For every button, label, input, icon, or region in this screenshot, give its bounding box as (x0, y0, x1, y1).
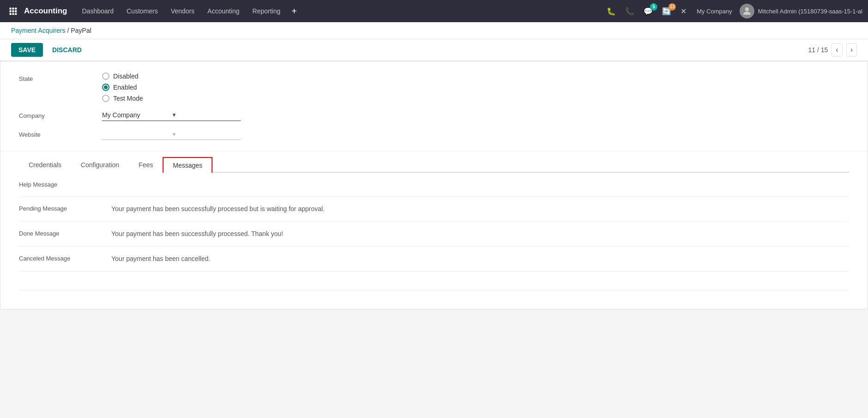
done-message-field: Done Message Your payment has been succe… (19, 222, 849, 247)
user-avatar[interactable] (740, 4, 754, 18)
nav-customers[interactable]: Customers (121, 5, 164, 18)
nav-dashboard[interactable]: Dashboard (77, 5, 120, 18)
svg-rect-6 (10, 13, 12, 15)
state-enabled-option[interactable]: Enabled (102, 84, 849, 91)
breadcrumb-parent[interactable]: Payment Acquirers (11, 27, 66, 34)
state-enabled-label: Enabled (113, 84, 137, 91)
done-message-label: Done Message (19, 229, 111, 237)
svg-point-9 (745, 7, 749, 11)
state-testmode-label: Test Mode (113, 95, 143, 102)
topbar-right: 🐛 📞 💬 5 🔄 23 ✕ My Company Mitchell Admin… (604, 4, 862, 18)
svg-rect-8 (15, 13, 17, 15)
pagination-prev-button[interactable]: ‹ (832, 43, 842, 56)
topbar: Accounting Dashboard Customers Vendors A… (0, 0, 868, 22)
svg-rect-1 (12, 8, 14, 10)
website-field-row: Website ▼ (19, 125, 849, 144)
nav-vendors[interactable]: Vendors (165, 5, 200, 18)
discard-button[interactable]: DISCARD (47, 43, 87, 57)
state-radio-group: Disabled Enabled Test Mode (102, 73, 849, 102)
user-name[interactable]: Mitchell Admin (15180739-saas-15-1-al (758, 8, 862, 15)
pagination-text: 11 / 15 (808, 46, 828, 54)
bug-icon-button[interactable]: 🐛 (604, 5, 619, 18)
company-select[interactable]: My Company ▼ (102, 109, 241, 121)
breadcrumb-separator: / (67, 27, 71, 34)
company-select-arrow-icon: ▼ (171, 112, 241, 118)
state-testmode-option[interactable]: Test Mode (102, 95, 849, 102)
state-disabled-option[interactable]: Disabled (102, 73, 849, 80)
website-label: Website (19, 128, 102, 138)
phone-icon-button[interactable]: 📞 (622, 5, 637, 18)
svg-rect-0 (10, 8, 12, 10)
cancelled-message-label: Canceled Message (19, 254, 111, 262)
state-testmode-radio[interactable] (102, 95, 109, 102)
pagination: 11 / 15 ‹ › (808, 43, 857, 56)
pending-message-field: Pending Message Your payment has been su… (19, 197, 849, 222)
tab-fees[interactable]: Fees (129, 157, 163, 173)
state-disabled-radio[interactable] (102, 73, 109, 80)
pending-message-label: Pending Message (19, 204, 111, 212)
action-bar-left: SAVE DISCARD (11, 43, 87, 57)
company-label: Company (19, 109, 102, 119)
nav-accounting[interactable]: Accounting (202, 5, 245, 18)
cancelled-message-value[interactable]: Your payment has been cancelled. (111, 254, 849, 264)
updates-icon-button[interactable]: 🔄 23 (659, 5, 674, 18)
pagination-next-button[interactable]: › (846, 43, 857, 56)
state-disabled-label: Disabled (113, 73, 138, 80)
tab-credentials[interactable]: Credentials (19, 157, 71, 173)
main-content: State Disabled Enabled Test (0, 61, 868, 418)
nav-reporting[interactable]: Reporting (247, 5, 286, 18)
company-value: My Company ▼ (102, 109, 849, 121)
svg-rect-7 (12, 13, 14, 15)
save-button[interactable]: SAVE (11, 43, 43, 57)
breadcrumb: Payment Acquirers / PayPal (0, 22, 868, 39)
state-value: Disabled Enabled Test Mode (102, 73, 849, 102)
svg-rect-2 (15, 8, 17, 10)
form-section-state: State Disabled Enabled Test (0, 61, 868, 151)
messages-section: Help Message Pending Message Your paymen… (0, 173, 868, 309)
state-field-row: State Disabled Enabled Test (19, 69, 849, 106)
help-message-label: Help Message (19, 180, 111, 188)
company-field-row: Company My Company ▼ (19, 106, 849, 125)
company-menu[interactable]: My Company (693, 6, 736, 17)
settings-icon-button[interactable]: ✕ (678, 5, 689, 18)
state-enabled-radio[interactable] (102, 84, 109, 91)
grid-menu-icon[interactable] (6, 4, 20, 18)
svg-rect-5 (15, 10, 17, 12)
state-label: State (19, 73, 102, 82)
tab-messages[interactable]: Messages (163, 157, 212, 173)
pending-message-value[interactable]: Your payment has been successfully proce… (111, 204, 849, 214)
done-message-value[interactable]: Your payment has been successfully proce… (111, 229, 849, 239)
updates-badge: 23 (668, 3, 676, 11)
website-select[interactable]: ▼ (102, 129, 241, 140)
breadcrumb-current: PayPal (71, 27, 91, 34)
messages-icon-button[interactable]: 💬 5 (641, 5, 656, 18)
app-brand: Accounting (24, 6, 67, 16)
svg-rect-4 (12, 10, 14, 12)
website-select-arrow-icon: ▼ (171, 131, 241, 138)
tabs-bar: Credentials Configuration Fees Messages (19, 151, 849, 173)
bottom-spacer2 (19, 291, 849, 309)
bottom-spacer (19, 272, 849, 290)
add-menu-button[interactable]: + (288, 6, 301, 17)
action-bar: SAVE DISCARD 11 / 15 ‹ › (0, 39, 868, 61)
tab-configuration[interactable]: Configuration (71, 157, 129, 173)
cancelled-message-field: Canceled Message Your payment has been c… (19, 247, 849, 272)
svg-rect-3 (10, 10, 12, 12)
form-card: State Disabled Enabled Test (0, 61, 868, 309)
help-message-field: Help Message (19, 173, 849, 197)
website-value: ▼ (102, 128, 849, 140)
company-select-value: My Company (102, 111, 171, 119)
messages-badge: 5 (650, 3, 657, 11)
topbar-nav: Dashboard Customers Vendors Accounting R… (77, 5, 604, 18)
